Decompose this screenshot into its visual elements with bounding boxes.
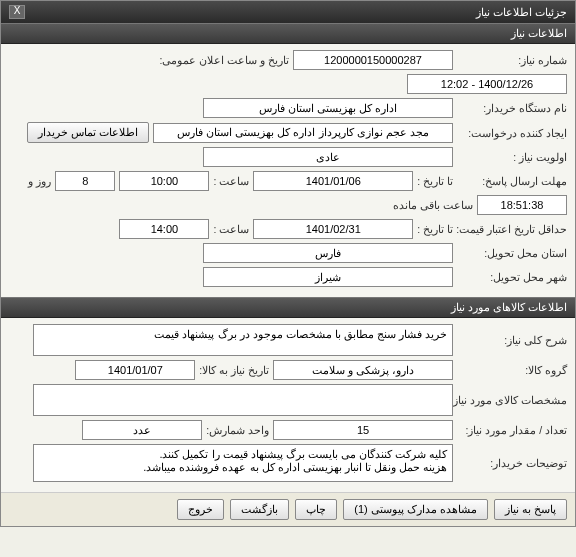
to-date-label-1: تا تاریخ : — [417, 175, 453, 187]
validity-time-field[interactable] — [119, 219, 209, 239]
need-info-form: شماره نیاز: تاریخ و ساعت اعلان عمومی: نا… — [1, 44, 575, 297]
goods-group-field[interactable] — [273, 360, 453, 380]
footer-toolbar: پاسخ به نیاز مشاهده مدارک پیوستی (1) چاپ… — [1, 492, 575, 526]
goods-need-date-field[interactable] — [75, 360, 195, 380]
validity-date-field[interactable] — [253, 219, 413, 239]
delivery-province-label: استان محل تحویل: — [457, 247, 567, 259]
delivery-city-field[interactable] — [203, 267, 453, 287]
price-validity-label: حداقل تاریخ اعتبار قیمت: — [457, 223, 567, 235]
window-frame: جزئیات اطلاعات نیاز X اطلاعات نیاز شماره… — [0, 0, 576, 527]
buyer-notes-label: توضیحات خریدار: — [457, 457, 567, 469]
print-button[interactable]: چاپ — [295, 499, 337, 520]
goods-info-form: شرح کلی نیاز: خرید فشار سنج مطابق با مشخ… — [1, 318, 575, 492]
unit-field[interactable] — [82, 420, 202, 440]
time-remaining-suffix: ساعت باقی مانده — [393, 199, 473, 211]
titlebar: جزئیات اطلاعات نیاز X — [1, 1, 575, 23]
priority-field[interactable] — [203, 147, 453, 167]
goods-need-date-label: تاریخ نیاز به کالا: — [199, 364, 269, 376]
exit-button[interactable]: خروج — [177, 499, 224, 520]
priority-label: اولویت نیاز : — [457, 151, 567, 163]
request-creator-field[interactable] — [153, 123, 453, 143]
deadline-time-field[interactable] — [119, 171, 209, 191]
quantity-label: تعداد / مقدار مورد نیاز: — [457, 424, 567, 436]
section-header-goods-info: اطلاعات کالاهای مورد نیاز — [1, 297, 575, 318]
delivery-province-field[interactable] — [203, 243, 453, 263]
close-icon[interactable]: X — [9, 5, 25, 19]
goods-spec-label: مشخصات کالای مورد نیاز: — [457, 394, 567, 406]
delivery-city-label: شهر محل تحویل: — [457, 271, 567, 283]
time-label-2: ساعت : — [213, 223, 249, 235]
request-creator-label: ایجاد کننده درخواست: — [457, 127, 567, 139]
buyer-notes-field[interactable]: کلیه شرکت کنندگان می بایست برگ پیشنهاد ق… — [33, 444, 453, 482]
unit-label: واحد شمارش: — [206, 424, 269, 436]
buyer-org-field[interactable] — [203, 98, 453, 118]
view-attachments-button[interactable]: مشاهده مدارک پیوستی (1) — [343, 499, 488, 520]
days-and-label: روز و — [28, 175, 51, 187]
need-number-label: شماره نیاز: — [457, 54, 567, 66]
to-date-label-2: تا تاریخ : — [417, 223, 453, 235]
announce-datetime-field[interactable] — [407, 74, 567, 94]
need-description-field[interactable]: خرید فشار سنج مطابق با مشخصات موجود در ب… — [33, 324, 453, 356]
goods-spec-field[interactable] — [33, 384, 453, 416]
need-number-field[interactable] — [293, 50, 453, 70]
time-remaining-field — [477, 195, 567, 215]
quantity-field[interactable] — [273, 420, 453, 440]
back-button[interactable]: بازگشت — [230, 499, 289, 520]
section-header-need-info: اطلاعات نیاز — [1, 23, 575, 44]
need-description-label: شرح کلی نیاز: — [457, 334, 567, 346]
buyer-contact-button[interactable]: اطلاعات تماس خریدار — [27, 122, 149, 143]
deadline-date-field[interactable] — [253, 171, 413, 191]
days-remaining-field — [55, 171, 115, 191]
respond-button[interactable]: پاسخ به نیاز — [494, 499, 567, 520]
time-label-1: ساعت : — [213, 175, 249, 187]
buyer-org-label: نام دستگاه خریدار: — [457, 102, 567, 114]
goods-group-label: گروه کالا: — [457, 364, 567, 376]
announce-datetime-label: تاریخ و ساعت اعلان عمومی: — [159, 54, 289, 66]
response-deadline-label: مهلت ارسال پاسخ: — [457, 175, 567, 187]
window-title: جزئیات اطلاعات نیاز — [476, 6, 567, 19]
